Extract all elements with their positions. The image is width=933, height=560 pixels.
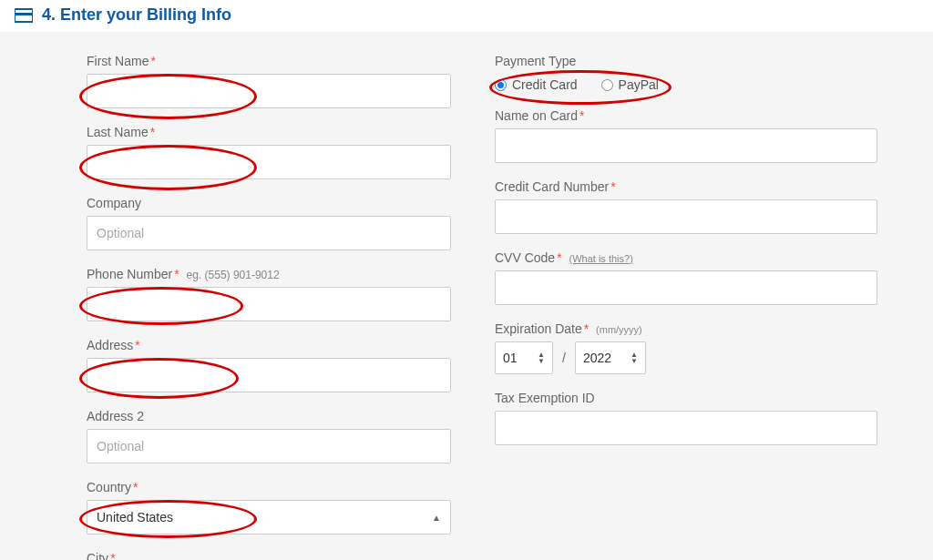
expiration-month-select[interactable]: 01 ▲▼ bbox=[495, 341, 553, 374]
radio-icon bbox=[601, 79, 613, 91]
expiration-year-select[interactable]: 2022 ▲▼ bbox=[575, 341, 646, 374]
city-field: City* bbox=[87, 551, 451, 560]
country-select[interactable]: United States ▲ bbox=[87, 500, 451, 535]
radio-label: PayPal bbox=[619, 77, 659, 92]
label-text: Last Name bbox=[87, 125, 149, 139]
last-name-label: Last Name* bbox=[87, 125, 451, 139]
address-field: Address* bbox=[87, 338, 451, 392]
label-text: Address bbox=[87, 338, 133, 352]
name-on-card-field: Name on Card* bbox=[495, 108, 877, 163]
cvv-field: CVV Code* (What is this?) bbox=[495, 250, 877, 305]
payment-type-paypal[interactable]: PayPal bbox=[601, 77, 659, 92]
expiration-month-value: 01 bbox=[503, 351, 518, 365]
city-label: City* bbox=[87, 551, 451, 560]
first-name-label: First Name* bbox=[87, 54, 451, 68]
phone-field: Phone Number* eg. (555) 901-9012 bbox=[87, 267, 451, 321]
label-text: CVV Code bbox=[495, 250, 555, 265]
cvv-label: CVV Code* (What is this?) bbox=[495, 250, 877, 265]
radio-icon bbox=[495, 79, 507, 91]
payment-type-options: Credit Card PayPal bbox=[495, 74, 877, 92]
spinner-icon: ▲▼ bbox=[631, 351, 638, 364]
required-mark: * bbox=[579, 108, 584, 123]
cvv-input[interactable] bbox=[495, 270, 877, 305]
company-label: Company bbox=[87, 196, 451, 210]
company-field: Company bbox=[87, 196, 451, 250]
caret-up-icon: ▲ bbox=[432, 513, 441, 523]
section-header: 4. Enter your Billing Info bbox=[0, 0, 933, 32]
payment-column: Payment Type Credit Card PayPal Name on … bbox=[495, 54, 877, 560]
billing-address-column: First Name* Last Name* Company Phone Num… bbox=[87, 54, 451, 560]
expiration-row: 01 ▲▼ / 2022 ▲▼ bbox=[495, 341, 877, 374]
label-text: First Name bbox=[87, 54, 149, 68]
expiration-hint: (mm/yyyy) bbox=[596, 324, 642, 335]
cvv-help-link[interactable]: (What is this?) bbox=[569, 253, 633, 264]
label-text: City bbox=[87, 551, 108, 560]
last-name-input[interactable] bbox=[87, 145, 451, 179]
tax-id-field: Tax Exemption ID bbox=[495, 391, 877, 445]
first-name-field: First Name* bbox=[87, 54, 451, 108]
required-mark: * bbox=[133, 480, 138, 494]
expiration-field: Expiration Date* (mm/yyyy) 01 ▲▼ / 2022 … bbox=[495, 321, 877, 374]
required-mark: * bbox=[610, 179, 615, 194]
payment-type-field: Payment Type Credit Card PayPal bbox=[495, 54, 877, 92]
address2-input[interactable] bbox=[87, 429, 451, 463]
address-label: Address* bbox=[87, 338, 451, 352]
phone-label: Phone Number* eg. (555) 901-9012 bbox=[87, 267, 451, 281]
name-on-card-input[interactable] bbox=[495, 128, 877, 163]
address2-label: Address 2 bbox=[87, 409, 451, 423]
required-mark: * bbox=[135, 338, 139, 352]
label-text: Name on Card bbox=[495, 108, 578, 123]
address2-field: Address 2 bbox=[87, 409, 451, 463]
spinner-icon: ▲▼ bbox=[538, 351, 545, 364]
first-name-input[interactable] bbox=[87, 74, 451, 108]
country-value: United States bbox=[97, 510, 173, 524]
expiration-label: Expiration Date* (mm/yyyy) bbox=[495, 321, 877, 336]
payment-type-label: Payment Type bbox=[495, 54, 877, 68]
billing-form: First Name* Last Name* Company Phone Num… bbox=[0, 32, 933, 560]
required-mark: * bbox=[557, 250, 561, 265]
payment-type-credit[interactable]: Credit Card bbox=[495, 77, 578, 92]
cc-number-label: Credit Card Number* bbox=[495, 179, 877, 194]
phone-input[interactable] bbox=[87, 287, 451, 321]
country-label: Country* bbox=[87, 480, 451, 494]
expiration-separator: / bbox=[562, 351, 566, 365]
svg-rect-1 bbox=[15, 13, 33, 15]
cc-number-field: Credit Card Number* bbox=[495, 179, 877, 234]
required-mark: * bbox=[150, 54, 155, 68]
required-mark: * bbox=[584, 321, 589, 336]
radio-label: Credit Card bbox=[512, 77, 578, 92]
required-mark: * bbox=[150, 125, 155, 139]
required-mark: * bbox=[174, 267, 179, 281]
cc-number-input[interactable] bbox=[495, 199, 877, 234]
phone-hint: eg. (555) 901-9012 bbox=[187, 269, 280, 281]
country-field: Country* United States ▲ bbox=[87, 480, 451, 535]
card-icon bbox=[15, 8, 35, 23]
company-input[interactable] bbox=[87, 216, 451, 250]
label-text: Credit Card Number bbox=[495, 179, 609, 194]
expiration-year-value: 2022 bbox=[583, 351, 611, 365]
label-text: Expiration Date bbox=[495, 321, 582, 336]
tax-id-label: Tax Exemption ID bbox=[495, 391, 877, 405]
label-text: Country bbox=[87, 480, 131, 494]
address-input[interactable] bbox=[87, 358, 451, 392]
tax-id-input[interactable] bbox=[495, 411, 877, 445]
section-title: 4. Enter your Billing Info bbox=[42, 5, 231, 25]
last-name-field: Last Name* bbox=[87, 125, 451, 179]
name-on-card-label: Name on Card* bbox=[495, 108, 877, 123]
required-mark: * bbox=[110, 551, 115, 560]
label-text: Phone Number bbox=[87, 267, 172, 281]
